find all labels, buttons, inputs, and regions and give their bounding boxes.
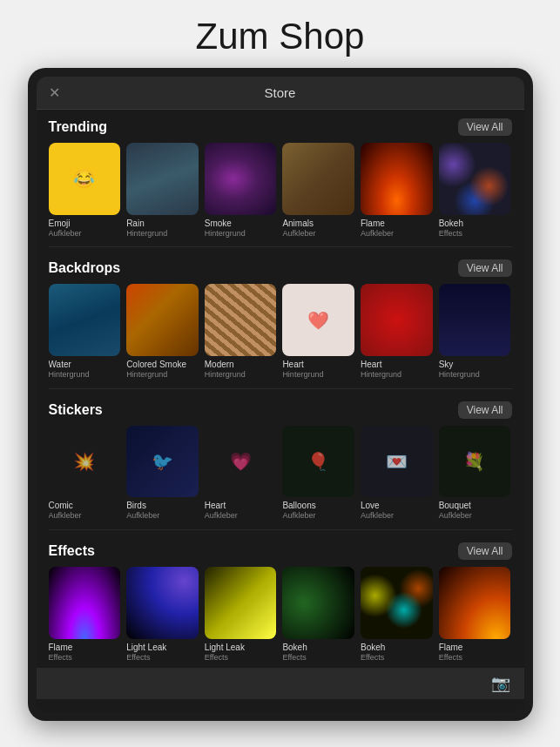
- item-card-stickers-0[interactable]: 💥ComicAufkleber: [49, 426, 121, 521]
- item-sub-effects-5: Effects: [439, 653, 511, 663]
- item-thumb-stickers-4: 💌: [361, 426, 433, 498]
- store-title: Store: [265, 85, 296, 100]
- item-card-backdrops-5[interactable]: SkyHintergrund: [439, 284, 511, 379]
- item-name-stickers-3: Balloons: [282, 501, 354, 511]
- item-name-trending-1: Rain: [126, 219, 199, 229]
- item-sub-backdrops-1: Hintergrund: [126, 370, 199, 380]
- item-card-trending-4[interactable]: FlameAufkleber: [361, 143, 433, 238]
- item-card-effects-5[interactable]: FlameEffects: [439, 567, 511, 662]
- section-title-stickers: Stickers: [49, 402, 103, 418]
- item-card-trending-0[interactable]: 😂EmojiAufkleber: [49, 143, 121, 238]
- item-name-effects-3: Bokeh: [282, 643, 354, 653]
- view-all-effects[interactable]: View All: [458, 542, 512, 560]
- item-thumb-backdrops-5: [439, 284, 511, 356]
- view-all-backdrops[interactable]: View All: [458, 259, 512, 277]
- item-name-trending-3: Animals: [282, 219, 354, 229]
- item-card-stickers-2[interactable]: 💗HeartAufkleber: [205, 426, 277, 521]
- item-name-backdrops-0: Water: [49, 360, 121, 370]
- item-card-effects-3[interactable]: BokehEffects: [282, 567, 354, 662]
- item-icon-stickers-4: 💌: [361, 426, 433, 498]
- item-sub-backdrops-2: Hintergrund: [205, 370, 277, 380]
- item-sub-trending-3: Aufkleber: [282, 229, 354, 239]
- item-card-backdrops-2[interactable]: ModernHintergrund: [205, 284, 277, 379]
- item-card-effects-1[interactable]: Light LeakEffects: [126, 567, 199, 662]
- view-all-stickers[interactable]: View All: [458, 401, 512, 419]
- view-all-trending[interactable]: View All: [458, 118, 512, 136]
- item-card-trending-5[interactable]: BokehEffects: [439, 143, 511, 238]
- item-card-stickers-4[interactable]: 💌LoveAufkleber: [361, 426, 433, 521]
- item-card-stickers-1[interactable]: 🐦BirdsAufkleber: [126, 426, 199, 521]
- close-button[interactable]: ✕: [49, 84, 60, 101]
- item-name-stickers-2: Heart: [205, 501, 277, 511]
- item-card-trending-1[interactable]: RainHintergrund: [126, 143, 199, 238]
- item-name-effects-0: Flame: [49, 643, 121, 653]
- item-card-backdrops-4[interactable]: HeartHintergrund: [361, 284, 433, 379]
- item-card-trending-2[interactable]: SmokeHintergrund: [205, 143, 277, 238]
- item-sub-stickers-4: Aufkleber: [361, 511, 433, 521]
- tablet-screen[interactable]: ✕ Store TrendingView All😂EmojiAufkleberR…: [37, 77, 524, 712]
- item-sub-backdrops-4: Hintergrund: [361, 370, 433, 380]
- item-card-effects-2[interactable]: Light LeakEffects: [205, 567, 277, 662]
- store-header: ✕ Store: [37, 77, 524, 110]
- item-card-effects-0[interactable]: FlameEffects: [49, 567, 121, 662]
- item-name-backdrops-2: Modern: [205, 360, 277, 370]
- item-card-stickers-3[interactable]: 🎈BalloonsAufkleber: [282, 426, 354, 521]
- item-thumb-trending-4: [361, 143, 433, 215]
- item-thumb-backdrops-4: [361, 284, 433, 356]
- item-card-backdrops-0[interactable]: WaterHintergrund: [49, 284, 121, 379]
- item-sub-effects-4: Effects: [361, 653, 433, 663]
- item-sub-stickers-2: Aufkleber: [205, 511, 277, 521]
- item-sub-stickers-0: Aufkleber: [49, 511, 121, 521]
- item-thumb-stickers-5: 💐: [439, 426, 511, 498]
- item-thumb-effects-0: [49, 567, 121, 639]
- item-thumb-trending-1: [126, 143, 199, 215]
- item-thumb-trending-5: [439, 143, 511, 215]
- camera-icon: 📷: [491, 674, 510, 693]
- item-thumb-effects-1: [126, 567, 199, 639]
- item-thumb-backdrops-3: ❤️: [282, 284, 354, 356]
- item-name-stickers-1: Birds: [126, 501, 199, 511]
- item-sub-trending-1: Hintergrund: [126, 229, 199, 239]
- section-effects: EffectsView AllFlameEffectsLight LeakEff…: [37, 534, 524, 667]
- tablet-frame: ✕ Store TrendingView All😂EmojiAufkleberR…: [28, 68, 533, 721]
- item-sub-trending-4: Aufkleber: [361, 229, 433, 239]
- item-sub-trending-0: Aufkleber: [49, 229, 121, 239]
- sections-container: TrendingView All😂EmojiAufkleberRainHinte…: [37, 110, 524, 668]
- item-icon-stickers-1: 🐦: [126, 426, 199, 498]
- item-sub-backdrops-0: Hintergrund: [49, 370, 121, 380]
- item-thumb-stickers-0: 💥: [49, 426, 121, 498]
- item-sub-trending-2: Hintergrund: [205, 229, 277, 239]
- item-card-stickers-5[interactable]: 💐BouquetAufkleber: [439, 426, 511, 521]
- item-name-backdrops-1: Colored Smoke: [126, 360, 199, 370]
- section-title-backdrops: Backdrops: [49, 260, 121, 276]
- item-thumb-stickers-3: 🎈: [282, 426, 354, 498]
- item-thumb-stickers-2: 💗: [205, 426, 277, 498]
- item-thumb-effects-2: [205, 567, 277, 639]
- divider-0: [49, 246, 512, 247]
- item-sub-effects-0: Effects: [49, 653, 121, 663]
- item-name-trending-0: Emoji: [49, 219, 121, 229]
- item-icon-backdrops-3: ❤️: [282, 284, 354, 356]
- item-name-stickers-4: Love: [361, 501, 433, 511]
- item-card-trending-3[interactable]: AnimalsAufkleber: [282, 143, 354, 238]
- item-card-effects-4[interactable]: BokehEffects: [361, 567, 433, 662]
- item-name-effects-1: Light Leak: [126, 643, 199, 653]
- item-thumb-effects-3: [282, 567, 354, 639]
- item-name-trending-2: Smoke: [205, 219, 277, 229]
- item-card-backdrops-1[interactable]: Colored SmokeHintergrund: [126, 284, 199, 379]
- item-sub-effects-3: Effects: [282, 653, 354, 663]
- item-icon-stickers-0: 💥: [49, 426, 121, 498]
- item-name-trending-4: Flame: [361, 219, 433, 229]
- item-card-backdrops-3[interactable]: ❤️HeartHintergrund: [282, 284, 354, 379]
- item-name-backdrops-4: Heart: [361, 360, 433, 370]
- item-name-backdrops-3: Heart: [282, 360, 354, 370]
- section-header-trending: TrendingView All: [49, 118, 512, 136]
- item-sub-backdrops-3: Hintergrund: [282, 370, 354, 380]
- item-name-stickers-0: Comic: [49, 501, 121, 511]
- item-thumb-effects-5: [439, 567, 511, 639]
- item-icon-stickers-5: 💐: [439, 426, 511, 498]
- item-thumb-trending-0: 😂: [49, 143, 121, 215]
- item-thumb-backdrops-2: [205, 284, 277, 356]
- camera-bar: 📷: [37, 668, 524, 699]
- section-header-effects: EffectsView All: [49, 542, 512, 560]
